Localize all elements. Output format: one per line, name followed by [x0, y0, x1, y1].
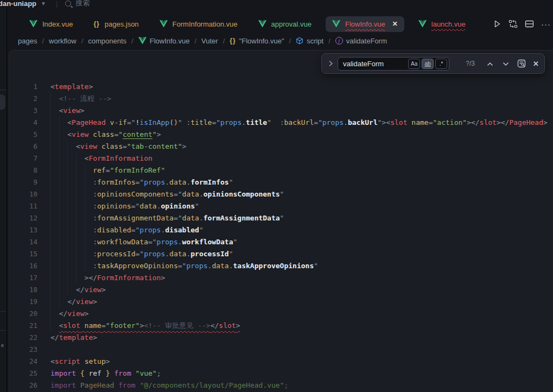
line-text: import PageHead from "@/components/layou… [50, 380, 553, 391]
braces-icon: {} [93, 20, 99, 28]
code-line-18[interactable]: 18</view> [15, 284, 553, 296]
breadcrumb-separator: / [289, 37, 291, 45]
expand-replace-icon[interactable] [328, 60, 333, 67]
code-line-5[interactable]: 5<view class="content"> [15, 129, 553, 141]
code-line-2[interactable]: 2<!-- 流程 --> [15, 93, 553, 105]
editor-actions: ··· [493, 13, 553, 35]
line-text: <view class="tab-content"> [50, 141, 553, 153]
line-number: 8 [15, 165, 37, 176]
code-line-25[interactable]: 25import { ref } from "vue"; [15, 368, 553, 380]
code-line-13[interactable]: 13:disabled="props.disabled" [15, 224, 553, 236]
tab-launch-vue[interactable]: launch.vue [412, 16, 472, 32]
line-number: 2 [15, 93, 37, 105]
breadcrumb-item[interactable]: script [296, 37, 323, 45]
tab-index-vue[interactable]: Index.vue [23, 16, 79, 32]
split-editor-icon[interactable] [525, 20, 534, 28]
tab-bar: Index.vue{}pages.jsonFormInformation.vue… [8, 13, 553, 35]
tab-approval-vue[interactable]: approval.vue [252, 16, 318, 32]
code-line-22[interactable]: 22</template> [15, 332, 553, 344]
run-icon[interactable] [493, 20, 501, 28]
code-line-20[interactable]: 20</view> [15, 308, 553, 320]
project-name[interactable]: dan-uniapp [0, 0, 36, 8]
whole-word-toggle[interactable]: ab [422, 59, 434, 69]
vue-icon [332, 20, 340, 28]
find-widget: validateForm Aa ab .* ?/3 ✕ [321, 53, 545, 74]
line-number: 11 [15, 200, 37, 212]
previous-match-icon[interactable] [487, 59, 493, 68]
breadcrumb-item[interactable]: components [88, 37, 126, 45]
tab-pages-json[interactable]: {}pages.json [87, 16, 145, 32]
search-icon [65, 1, 71, 7]
vue-icon [258, 20, 266, 28]
code-editor[interactable]: 1<template>2<!-- 流程 -->3<view>4<PageHead… [15, 81, 553, 391]
code-line-17[interactable]: 17></FormInformation> [15, 272, 553, 284]
line-number: 14 [15, 236, 37, 248]
code-line-21[interactable]: 21<slot name="footer"><!-- 审批意见 --></slo… [15, 320, 553, 332]
breadcrumb-separator: / [81, 37, 84, 45]
breadcrumb-item[interactable]: Vuter [201, 37, 218, 45]
line-number: 24 [15, 356, 37, 368]
compare-changes-icon[interactable] [508, 20, 518, 28]
breadcrumb-label: "FlowInfo.vue" [239, 37, 284, 45]
code-line-16[interactable]: 16:taskApproveOpinions="props.data.taskA… [15, 260, 553, 272]
breadcrumb: pages/workflow/components/FlowInfo.vue/V… [18, 34, 387, 48]
function-icon: f [335, 37, 343, 45]
line-number: 4 [15, 117, 37, 129]
code-line-11[interactable]: 11:opinions="data.opinions" [15, 200, 553, 212]
line-number: 22 [15, 332, 37, 344]
breadcrumb-item[interactable]: {}"FlowInfo.vue" [230, 37, 284, 45]
code-line-26[interactable]: 26import PageHead from "@/components/lay… [15, 380, 553, 391]
tab-forminformation-vue[interactable]: FormInformation.vue [153, 16, 244, 32]
code-line-1[interactable]: 1<template> [15, 81, 553, 93]
tab-label: FormInformation.vue [173, 20, 238, 28]
breadcrumb-item[interactable]: fvalidateForm [335, 37, 387, 45]
line-number: 16 [15, 260, 37, 272]
line-text: ></FormInformation> [50, 272, 553, 284]
sidebar-fragment [0, 311, 7, 312]
code-line-6[interactable]: 6<view class="tab-content"> [15, 141, 553, 153]
editor-pane[interactable]: 1<template>2<!-- 流程 -->3<view>4<PageHead… [9, 50, 553, 392]
line-number: 5 [15, 129, 37, 141]
regex-toggle[interactable]: .* [435, 59, 447, 69]
next-match-icon[interactable] [503, 59, 509, 68]
code-line-4[interactable]: 4<PageHead v-if="!isInApp()" :title="pro… [15, 117, 553, 129]
global-search[interactable]: 搜索 [65, 0, 90, 8]
code-line-12[interactable]: 12:formAssignmentData="data.formAssignme… [15, 212, 553, 224]
line-number: 21 [15, 320, 37, 332]
line-text: <slot name="footer"><!-- 审批意见 --></slot> [50, 320, 553, 332]
code-line-7[interactable]: 7<FormInformation [15, 153, 553, 165]
line-text: :workflowData="props.workflowData" [50, 236, 553, 248]
line-number: 18 [15, 284, 37, 296]
close-tab-icon[interactable]: ✕ [392, 20, 398, 28]
vue-icon [138, 37, 147, 45]
line-text: </template> [50, 332, 553, 344]
find-query-text: validateForm [343, 60, 406, 68]
code-line-10[interactable]: 10:opinionsComponents="data.opinionsComp… [15, 188, 553, 200]
close-find-icon[interactable]: ✕ [533, 60, 539, 68]
tab-flowinfo-vue[interactable]: FlowInfo.vue✕ [326, 16, 404, 32]
module-cube-icon [296, 37, 303, 45]
collapsed-sidebar-strip[interactable]: e [0, 8, 7, 392]
code-line-3[interactable]: 3<view> [15, 105, 553, 117]
match-case-toggle[interactable]: Aa [408, 59, 420, 69]
editor-window: dan-uniapp ▼ | 搜索 e Index.vue{}pages.jso… [0, 0, 553, 392]
code-line-14[interactable]: 14:workflowData="props.workflowData" [15, 236, 553, 248]
breadcrumb-item[interactable]: pages [18, 37, 37, 45]
tab-label: FlowInfo.vue [345, 20, 385, 28]
code-line-9[interactable]: 9:formInfos="props.data.formInfos" [15, 176, 553, 188]
breadcrumb-separator: / [131, 37, 134, 45]
titlebar-divider: | [56, 0, 58, 8]
code-line-24[interactable]: 24<script setup> [15, 356, 553, 368]
code-line-15[interactable]: 15:processId="props.data.processId" [15, 248, 553, 260]
breadcrumb-item[interactable]: FlowInfo.vue [138, 37, 190, 45]
line-number: 12 [15, 212, 37, 224]
code-line-19[interactable]: 19</view> [15, 296, 553, 308]
code-line-23[interactable]: 23 [15, 344, 553, 356]
line-text: <FormInformation [50, 153, 553, 165]
find-input[interactable]: validateForm Aa ab .* [338, 57, 449, 71]
find-in-selection-icon[interactable] [517, 59, 526, 68]
sidebar-fragment: e [1, 343, 4, 348]
more-actions-icon[interactable]: ··· [541, 20, 551, 29]
breadcrumb-item[interactable]: workflow [49, 37, 77, 45]
code-line-8[interactable]: 8ref="formInfoRef" [15, 165, 553, 176]
